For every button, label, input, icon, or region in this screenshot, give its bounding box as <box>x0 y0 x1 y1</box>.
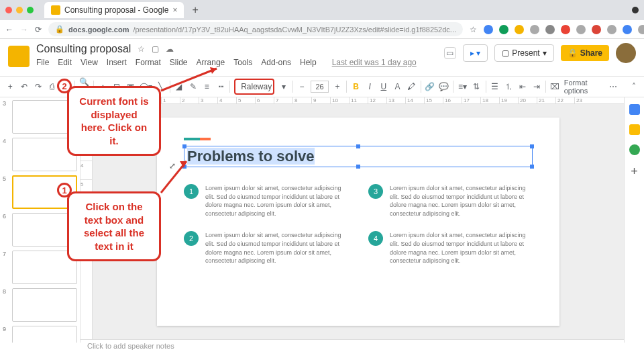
tab-title: Consulting proposal - Google <box>64 5 168 15</box>
window-minimize[interactable] <box>16 7 23 13</box>
increase-font-icon[interactable]: + <box>333 81 343 93</box>
slides-favicon <box>51 5 60 15</box>
browser-tab-bar: Consulting proposal - Google × + <box>0 0 644 20</box>
doc-title[interactable]: Consulting proposal <box>36 43 131 55</box>
decrease-font-icon[interactable]: − <box>297 81 307 93</box>
app-header: Consulting proposal ☆ ▢ ☁ File Edit View… <box>0 39 644 76</box>
title-text-box[interactable]: Problems to solve <box>184 146 533 167</box>
url-bar[interactable]: 🔒 docs.google.com /presentation/d/17pY3V… <box>48 22 463 36</box>
item-text: Lorem ipsum dolor sit amet, consectetur … <box>390 231 533 265</box>
slide-canvas[interactable]: Problems to solve ⤢ 1Lorem ipsum dolor s… <box>157 118 559 326</box>
window-maximize[interactable] <box>27 7 34 13</box>
canvas-area: 1234567891011121314151617181920212223 12… <box>80 97 624 343</box>
callout-2-arrow <box>160 65 227 92</box>
browser-address-bar: ← → ⟳ 🔒 docs.google.com /presentation/d/… <box>0 20 644 39</box>
item-text: Lorem ipsum dolor sit amet, consectetur … <box>390 184 533 218</box>
new-slide-icon[interactable]: + <box>5 81 15 93</box>
callout-2-badge: 2 <box>57 79 72 93</box>
bold-icon[interactable]: B <box>351 81 361 93</box>
account-avatar[interactable] <box>616 43 636 63</box>
profile-dot[interactable] <box>632 7 639 13</box>
menu-help[interactable]: Help <box>300 58 317 67</box>
new-tab-button[interactable]: + <box>192 4 198 16</box>
item-number: 3 <box>368 184 383 199</box>
callout-1-badge: 1 <box>57 183 72 197</box>
indent-decrease-icon[interactable]: ⇤ <box>518 81 528 93</box>
underline-icon[interactable]: U <box>379 81 389 93</box>
format-options[interactable]: Format options <box>564 79 604 95</box>
menu-view[interactable]: View <box>80 58 98 67</box>
redo-icon[interactable]: ↷ <box>33 81 43 93</box>
back-icon[interactable]: ← <box>5 24 13 36</box>
font-dropdown-icon[interactable]: ▾ <box>278 81 288 93</box>
thumbnail-9[interactable]: 9 <box>3 326 77 343</box>
keep-icon[interactable] <box>629 124 640 135</box>
url-path: /presentation/d/17pY3V_t82uHAAq_aagstsda… <box>133 26 456 34</box>
browser-tab[interactable]: Consulting proposal - Google × <box>44 2 184 18</box>
move-icon[interactable]: ▢ <box>152 44 159 54</box>
undo-icon[interactable]: ↶ <box>19 81 30 93</box>
text-color-icon[interactable]: A <box>392 81 402 93</box>
window-close[interactable] <box>5 7 12 13</box>
content-item-4[interactable]: 4Lorem ipsum dolor sit amet, consectetur… <box>368 231 533 265</box>
link-icon[interactable]: 🔗 <box>425 81 435 93</box>
comment-icon[interactable]: 💬 <box>439 81 449 93</box>
horizontal-ruler: 1234567891011121314151617181920212223 <box>80 97 624 104</box>
speaker-notes[interactable]: Click to add speaker notes <box>80 339 624 352</box>
numbered-list-icon[interactable]: ⒈ <box>504 81 514 93</box>
content-item-2[interactable]: 2Lorem ipsum dolor sit amet, consectetur… <box>184 231 348 265</box>
font-selector[interactable]: Raleway <box>234 79 274 95</box>
present-button[interactable]: ▢ Present ▾ <box>494 44 553 62</box>
content-item-1[interactable]: 1Lorem ipsum dolor sit amet, consectetur… <box>184 184 348 218</box>
thumbnail-4[interactable]: 4 <box>3 138 77 171</box>
line-spacing-icon[interactable]: ⇅ <box>472 81 482 93</box>
share-button[interactable]: 🔒 Share <box>561 45 609 61</box>
accent-bar <box>184 138 211 140</box>
thumbnail-8[interactable]: 8 <box>3 288 77 322</box>
thumbnail-3[interactable]: 3 <box>3 100 77 134</box>
callout-1: Click on the text box and select all the… <box>67 191 161 261</box>
extension-icons <box>484 25 644 34</box>
item-number: 4 <box>368 231 383 246</box>
side-panel: + <box>624 97 644 343</box>
italic-icon[interactable]: I <box>365 81 375 93</box>
reload-icon[interactable]: ⟳ <box>35 24 42 36</box>
cloud-icon[interactable]: ☁ <box>166 44 174 54</box>
more-icon[interactable]: ⋯ <box>608 81 619 93</box>
callout-2: Current font is displayed here. Click on… <box>67 86 161 156</box>
title-text[interactable]: Problems to solve <box>187 148 315 165</box>
font-size-input[interactable]: 26 <box>311 81 328 93</box>
star-doc-icon[interactable]: ☆ <box>138 44 145 54</box>
menu-edit[interactable]: Edit <box>58 58 72 67</box>
collapse-toolbar-icon[interactable]: ˄ <box>629 81 639 93</box>
item-text: Lorem ipsum dolor sit amet, consectetur … <box>205 231 348 265</box>
last-edit[interactable]: Last edit was 1 day ago <box>332 58 417 67</box>
item-number: 2 <box>184 231 199 246</box>
menu-tools[interactable]: Tools <box>233 58 252 67</box>
print-icon[interactable]: ⎙ <box>47 81 57 93</box>
content-item-3[interactable]: 3Lorem ipsum dolor sit amet, consectetur… <box>368 184 533 218</box>
slides-logo[interactable] <box>8 46 30 67</box>
lock-icon: 🔒 <box>55 25 64 34</box>
star-icon[interactable]: ☆ <box>470 24 477 36</box>
highlight-icon[interactable]: 🖍 <box>407 81 417 93</box>
menu-addons[interactable]: Add-ons <box>261 58 291 67</box>
menu-file[interactable]: File <box>36 58 49 67</box>
add-addon-icon[interactable]: + <box>629 165 640 175</box>
callout-1-arrow <box>160 156 193 196</box>
comments-icon[interactable]: ▭ <box>444 47 456 59</box>
menu-insert[interactable]: Insert <box>107 58 127 67</box>
add-button[interactable]: ▸ ▾ <box>463 44 488 62</box>
calendar-icon[interactable] <box>629 104 640 115</box>
url-host: docs.google.com <box>68 26 129 34</box>
clear-format-icon[interactable]: ⌧ <box>550 81 560 93</box>
align-icon[interactable]: ≡▾ <box>458 81 468 93</box>
menu-format[interactable]: Format <box>136 58 161 67</box>
tasks-icon[interactable] <box>629 144 640 155</box>
close-tab-icon[interactable]: × <box>172 5 177 15</box>
thumbnail-6[interactable]: 6 <box>3 213 77 247</box>
thumbnail-7[interactable]: 7 <box>3 251 77 284</box>
forward-icon[interactable]: → <box>20 24 28 36</box>
list-icon[interactable]: ☰ <box>490 81 500 93</box>
indent-increase-icon[interactable]: ⇥ <box>531 81 541 93</box>
